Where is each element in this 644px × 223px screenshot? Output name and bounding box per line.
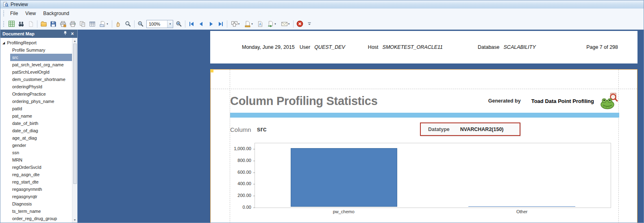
- document-map-body: ◢ProfilingReportProfile Summarysrcpat_sr…: [0, 38, 77, 223]
- zoom-in-button[interactable]: [174, 19, 184, 29]
- scale-button[interactable]: [87, 19, 97, 29]
- page-color-button[interactable]: ▾: [242, 19, 255, 29]
- toolbar: ▾100%▾▾▾▾▾: [0, 18, 644, 30]
- tree-item-src[interactable]: src: [10, 54, 72, 61]
- chart-y-axis: 0.00200.00400.00600.00800.001,000.00: [230, 143, 255, 208]
- tree-item-profile-summary[interactable]: Profile Summary: [0, 46, 72, 54]
- close-icon[interactable]: ×: [70, 31, 75, 37]
- tree-root-profilingreport[interactable]: ◢ProfilingReport: [0, 39, 72, 46]
- binoculars-icon: [18, 21, 24, 27]
- host-value: SMOKETEST_ORACLE11: [383, 44, 443, 50]
- y-tick-label: 1,000.00: [234, 146, 251, 151]
- menu-background[interactable]: Background: [39, 9, 73, 18]
- next-page-button[interactable]: [206, 19, 216, 29]
- tree-item-regasgnyrqtr[interactable]: regasgnyrqtr: [0, 193, 72, 200]
- report-title-row: Column Profiling Statistics Generated by…: [230, 92, 619, 109]
- generated-by-label: Generated by: [488, 98, 521, 104]
- tree-item-ordering-phys-name[interactable]: ordering_phys_name: [0, 98, 72, 105]
- dropdown-arrow-icon: ▾: [251, 22, 253, 26]
- page-setup-button[interactable]: ▾: [97, 19, 111, 29]
- tree-item-orderingphysid[interactable]: orderingPhysId: [0, 83, 72, 90]
- y-tick-label: 600.00: [237, 170, 251, 175]
- grid-icon: [8, 20, 15, 27]
- dropdown-arrow-icon: ▾: [288, 22, 290, 26]
- tree-item-regordersvcid[interactable]: regOrderSvcId: [0, 164, 72, 171]
- copy-button[interactable]: [26, 19, 36, 29]
- column-value: src: [257, 126, 267, 133]
- pagesetup-icon: [100, 21, 106, 27]
- scroll-thumb[interactable]: [73, 44, 77, 184]
- send-email-button[interactable]: ▾: [278, 19, 292, 29]
- tree-item-mrn[interactable]: MRN: [0, 156, 72, 164]
- menu-view[interactable]: View: [22, 9, 39, 18]
- printer-icon: [70, 21, 76, 27]
- toad-logo-icon: [600, 92, 619, 109]
- menu-grip[interactable]: [3, 10, 5, 17]
- last-page-button[interactable]: [216, 19, 226, 29]
- tree-item-reg-start-dte[interactable]: reg_start_dte: [0, 178, 72, 186]
- hand-tool-button[interactable]: [113, 19, 123, 29]
- thumbnails-button[interactable]: [7, 19, 16, 29]
- tree-item-regasgnyrmnth[interactable]: regasgnyrmnth: [0, 186, 72, 193]
- tree-item-order-reg-drug-group[interactable]: order_reg_drug_group: [0, 215, 72, 222]
- tree-item-reg-asgn-dte[interactable]: reg_asgn_dte: [0, 171, 72, 178]
- watermark-button[interactable]: [255, 19, 265, 29]
- tree-item-orderingpractice[interactable]: OrderingPractice: [0, 90, 72, 98]
- nav-last-icon: [218, 21, 224, 27]
- close-preview-button[interactable]: [295, 19, 305, 29]
- pin-icon[interactable]: [62, 31, 68, 37]
- print-button[interactable]: [68, 19, 78, 29]
- tree-item-ts-term-name[interactable]: ts_term_name: [0, 208, 72, 215]
- zoom-dropdown-arrow-icon[interactable]: ▾: [167, 20, 173, 28]
- y-tick-label: 800.00: [237, 158, 251, 163]
- floppy-icon: [50, 21, 57, 27]
- print-options-button[interactable]: [58, 19, 68, 29]
- first-page-button[interactable]: [187, 19, 196, 29]
- nav-prev-icon: [198, 21, 205, 27]
- tree-item-ssn[interactable]: ssn: [0, 149, 72, 156]
- tree-item-pat-srch-level-org-name[interactable]: pat_srch_level_org_name: [0, 61, 72, 68]
- tree-item-diagnosis[interactable]: Diagnosis: [0, 200, 72, 208]
- zoom-level-combo[interactable]: 100%▾: [146, 20, 173, 28]
- toolbar-separator: [293, 20, 294, 28]
- report-content: Column Profiling Statistics Generated by…: [230, 89, 619, 214]
- previous-page-button[interactable]: [196, 19, 206, 29]
- host-label: Host: [368, 44, 379, 50]
- tree-item-pat-name[interactable]: pat_name: [0, 112, 72, 120]
- dropdown-arrow-icon: ▾: [238, 22, 240, 26]
- expand-collapse-icon[interactable]: ◢: [2, 41, 5, 45]
- nav-first-icon: [188, 21, 195, 27]
- open-button[interactable]: [39, 19, 48, 29]
- dropdown-arrow-icon: ▾: [107, 22, 108, 26]
- zoom-out-button[interactable]: [136, 19, 146, 29]
- tree-item-age-at-diag[interactable]: age_at_diag: [0, 134, 72, 142]
- bar-chart: 0.00200.00400.00600.00800.001,000.00: [230, 143, 619, 208]
- export-document-button[interactable]: ▾: [265, 19, 278, 29]
- datatype-box: Datatype NVARCHAR2(150): [420, 122, 520, 136]
- find-button[interactable]: [16, 19, 26, 29]
- y-tick-mark: [253, 161, 255, 161]
- document-map-panel: Document Map × ◢ProfilingReportProfile S…: [0, 30, 78, 223]
- tree-item-date-of-birth[interactable]: date_of_birth: [0, 120, 72, 127]
- scroll-down-icon[interactable]: ▼: [74, 217, 76, 222]
- document-map-scrollbar[interactable]: ▲ ▼: [72, 38, 77, 223]
- toolbar-options-button[interactable]: [305, 19, 314, 29]
- watermark-icon: [257, 21, 263, 27]
- export-pages-button[interactable]: [78, 19, 87, 29]
- tree-item-date-of-diag[interactable]: date_of_diag: [0, 127, 72, 134]
- y-tick-mark: [253, 208, 255, 208]
- tree-item-dem-customer-shortname[interactable]: dem_customer_shortname: [0, 76, 72, 83]
- preview-canvas[interactable]: Monday, June 29, 2015 User QUEST_DEV Hos…: [78, 30, 644, 223]
- close-red-icon: [296, 20, 303, 27]
- tree-item-patsrchlevelorgid[interactable]: patSrchLevelOrgId: [0, 68, 72, 76]
- multiple-pages-button[interactable]: ▾: [228, 19, 242, 29]
- magnifier-button[interactable]: [123, 19, 133, 29]
- menu-file[interactable]: File: [7, 9, 22, 18]
- save-button[interactable]: [48, 19, 58, 29]
- toolbar-grip[interactable]: [3, 21, 5, 27]
- zoom-value[interactable]: 100%: [147, 22, 167, 26]
- database-label: Database: [478, 44, 500, 50]
- tree-item-patid[interactable]: patId: [0, 105, 72, 112]
- tree-item-gender[interactable]: gender: [0, 142, 72, 149]
- scroll-up-icon[interactable]: ▲: [74, 38, 76, 43]
